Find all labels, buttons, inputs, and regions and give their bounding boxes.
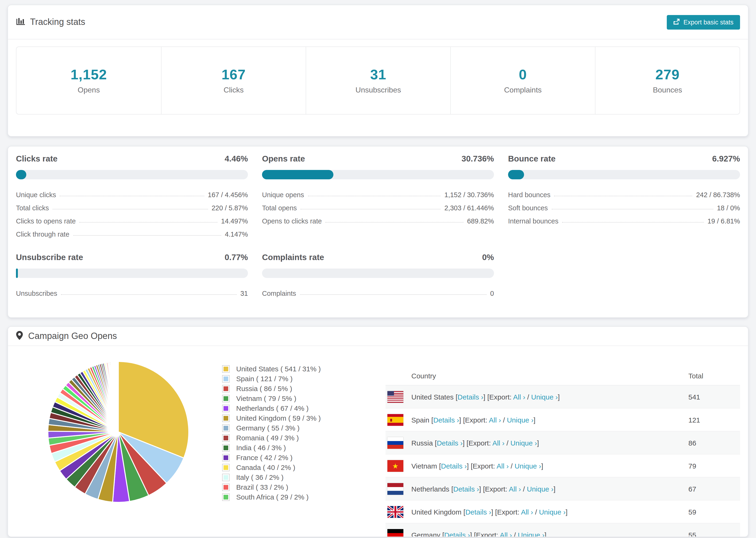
metric-label: Complaints (262, 290, 296, 298)
metric-row: Hard bounces242 / 86.738% (508, 187, 740, 200)
metric-rows: Hard bounces242 / 86.738%Soft bounces18 … (508, 187, 740, 226)
stat-label: Bounces (653, 86, 682, 94)
metric-row: Soft bounces18 / 0% (508, 200, 740, 213)
bracket: [ (431, 416, 433, 424)
rate-title: Clicks rate (16, 154, 58, 164)
bracket: ] (544, 531, 546, 537)
rate-panel-header: Clicks rate4.46% (16, 154, 248, 164)
table-row: Netherlands [Details ›] [Export: All › /… (386, 477, 740, 501)
legend-item: United Kingdom ( 59 / 3% ) (222, 413, 377, 423)
legend-label: Italy ( 36 / 2% ) (236, 473, 284, 481)
total-cell: 121 (688, 416, 740, 424)
legend-item: Brazil ( 33 / 2% ) (222, 482, 377, 492)
export-unique-link[interactable]: Unique › (518, 531, 544, 537)
dotted-leader (61, 295, 237, 295)
legend-swatch (222, 375, 230, 382)
metric-rows: Complaints0 (262, 286, 494, 298)
export-label: Export: (465, 416, 489, 424)
es-flag-icon (387, 414, 404, 426)
export-all-link[interactable]: All › (521, 508, 533, 516)
country-cell: Vietnam [Details ›] [Export: All › / Uni… (411, 462, 688, 470)
table-row: Vietnam [Details ›] [Export: All › / Uni… (386, 455, 740, 477)
legend-swatch (222, 463, 230, 471)
geo-opens-pie-chart (45, 359, 191, 505)
legend-label: India ( 46 / 3% ) (236, 444, 286, 452)
export-unique-link[interactable]: Unique › (507, 416, 533, 424)
export-unique-link[interactable]: Unique › (511, 439, 537, 447)
export-label: Export: (489, 393, 513, 401)
bracket: ] [ (483, 393, 489, 401)
legend-label: Russia ( 86 / 5% ) (236, 385, 292, 393)
export-all-link[interactable]: All › (489, 416, 501, 424)
export-all-link[interactable]: All › (513, 393, 525, 401)
stat-card-bounces: 279Bounces (595, 47, 739, 114)
legend-swatch (222, 444, 230, 452)
rate-panel-bounce-rate: Bounce rate6.927%Hard bounces242 / 86.73… (508, 154, 740, 240)
export-basic-stats-button[interactable]: Export basic stats (667, 15, 740, 29)
metric-value: 18 / 0% (717, 204, 740, 213)
details-link[interactable]: Details › (433, 416, 459, 424)
metric-label: Soft bounces (508, 204, 548, 213)
legend-label: Germany ( 55 / 3% ) (236, 424, 299, 432)
dotted-leader (80, 222, 217, 223)
export-icon (674, 18, 680, 26)
dotted-leader (60, 196, 204, 196)
rate-panel-clicks-rate: Clicks rate4.46%Unique clicks167 / 4.456… (16, 154, 248, 240)
dashboard-page: Tracking stats Export basic stats 1,152O… (0, 0, 756, 538)
legend-label: Netherlands ( 67 / 4% ) (236, 404, 309, 412)
rate-value: 4.46% (225, 154, 248, 164)
details-link[interactable]: Details › (465, 508, 491, 516)
metric-rows: Unique clicks167 / 4.456%Total clicks220… (16, 187, 248, 240)
total-cell: 67 (688, 485, 740, 493)
details-link[interactable]: Details › (444, 531, 470, 537)
export-all-link[interactable]: All › (497, 462, 509, 470)
metric-value: 2,303 / 61.446% (445, 204, 494, 213)
de-flag-icon (387, 529, 404, 537)
ru-flag-icon (387, 437, 404, 449)
stat-value: 167 (221, 67, 245, 82)
geo-opens-table: Country Total United States [Details ›] … (386, 366, 740, 537)
table-row: Russia [Details ›] [Export: All › / Uniq… (386, 431, 740, 455)
geo-card-body: United States ( 541 / 31% )Spain ( 121 /… (8, 346, 748, 537)
details-link[interactable]: Details › (453, 485, 479, 493)
country-name: Russia (411, 439, 435, 447)
export-unique-link[interactable]: Unique › (514, 462, 541, 470)
legend-swatch (222, 424, 230, 432)
legend-item: Spain ( 121 / 7% ) (222, 374, 377, 384)
metric-label: Total opens (262, 204, 297, 213)
export-unique-link[interactable]: Unique › (539, 508, 566, 516)
stat-card-complaints: 0Complaints (450, 47, 595, 114)
details-link[interactable]: Details › (441, 462, 467, 470)
legend-swatch (222, 483, 230, 491)
gb-flag-icon (387, 506, 404, 517)
metric-row: Unsubscribes31 (16, 286, 248, 298)
progress-fill (16, 269, 18, 278)
metric-label: Unsubscribes (16, 290, 57, 298)
legend-item: Romania ( 49 / 3% ) (222, 433, 377, 443)
export-unique-link[interactable]: Unique › (527, 485, 553, 493)
tracking-stats-card: Tracking stats Export basic stats 1,152O… (8, 5, 748, 136)
dotted-leader (73, 235, 221, 236)
details-link[interactable]: Details › (458, 393, 483, 401)
export-all-link[interactable]: All › (492, 439, 505, 447)
us-flag-icon (387, 391, 404, 403)
country-name: Netherlands (411, 485, 451, 493)
legend-item: United States ( 541 / 31% ) (222, 364, 377, 374)
legend-item: Italy ( 36 / 2% ) (222, 472, 377, 482)
dotted-leader (300, 209, 441, 209)
legend-label: Spain ( 121 / 7% ) (236, 375, 293, 383)
progress-bar (262, 170, 494, 179)
metric-label: Clicks to opens rate (16, 217, 76, 226)
details-link[interactable]: Details › (437, 439, 462, 447)
export-all-link[interactable]: All › (500, 531, 512, 537)
rate-panels-grid: Clicks rate4.46%Unique clicks167 / 4.456… (8, 146, 748, 306)
legend-label: France ( 42 / 2% ) (236, 454, 293, 461)
rate-panel-header: Opens rate30.736% (262, 154, 494, 164)
metric-label: Hard bounces (508, 191, 551, 200)
legend-swatch (222, 493, 230, 501)
export-label: Export: (476, 531, 500, 537)
country-cell: Russia [Details ›] [Export: All › / Uniq… (411, 439, 688, 447)
total-cell: 55 (688, 531, 740, 537)
export-all-link[interactable]: All › (509, 485, 521, 493)
export-unique-link[interactable]: Unique › (531, 393, 558, 401)
